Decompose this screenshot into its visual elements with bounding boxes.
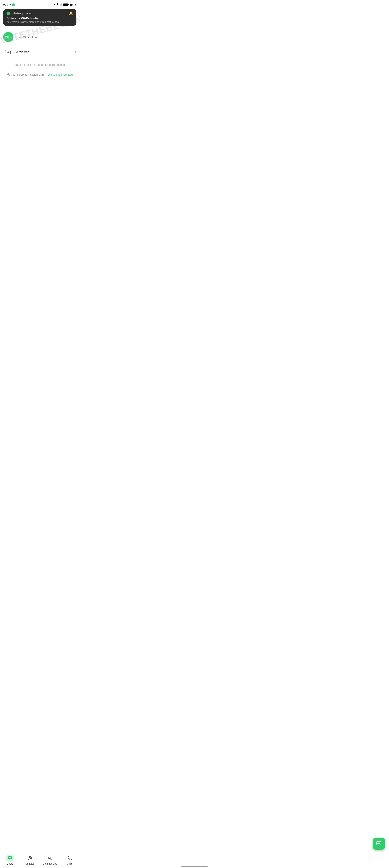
svg-rect-7 (63, 4, 68, 6)
notification-banner[interactable]: WhatsApp • now 🔔 Status by WABetaInfo Yo… (3, 9, 76, 26)
battery-icon (63, 3, 69, 6)
notification-header: WhatsApp • now 🔔 (6, 11, 73, 15)
notification-body: You were privately mentioned in a status… (6, 21, 73, 24)
whatsapp-status-icon (12, 3, 15, 6)
wifi-icon (54, 3, 58, 6)
notification-bell-icon: 🔔 (69, 11, 73, 15)
svg-rect-3 (60, 5, 60, 6)
lock-icon (7, 73, 10, 76)
notification-title: Status by WABetaInfo (6, 17, 73, 20)
status-icons: 100% (54, 3, 76, 6)
notification-app-name: WhatsApp • now (12, 12, 67, 15)
encryption-notice: Your personal messages are end-to-end en… (0, 69, 80, 80)
svg-rect-11 (7, 74, 9, 76)
svg-rect-8 (68, 4, 69, 5)
svg-rect-5 (61, 3, 62, 6)
battery-percent: 100% (70, 3, 76, 6)
svg-rect-4 (60, 4, 61, 6)
notification-app-icon (6, 11, 10, 15)
hint-text: Tap and hold on a chat for more options (0, 60, 80, 69)
empty-space (0, 80, 80, 161)
time-display: 22:57 (3, 3, 11, 7)
svg-point-9 (7, 11, 10, 15)
encryption-text: Your personal messages are (11, 73, 45, 76)
encryption-link[interactable]: end-to-end encrypted (48, 73, 73, 76)
svg-rect-2 (59, 6, 59, 6)
signal-icon (59, 3, 62, 6)
status-bar: 22:57 100% (0, 0, 80, 9)
status-time: 22:57 (3, 3, 15, 7)
